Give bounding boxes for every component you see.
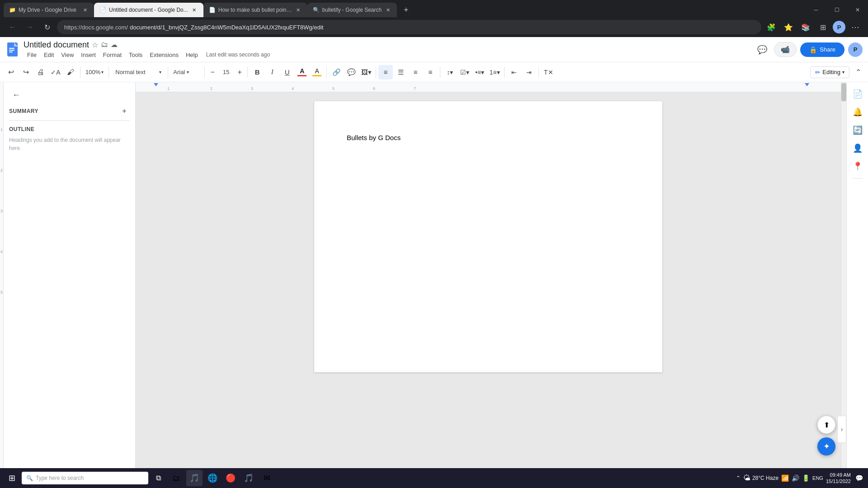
sidebar-toggle[interactable]: ⊞ [816,20,830,34]
move-to-drive-icon[interactable]: 🗂 [101,41,108,49]
tab-close-search[interactable]: ✕ [384,6,392,14]
taskbar-search[interactable]: 🔍 Type here to search [22,472,148,484]
tab-close-drive[interactable]: ✕ [81,6,89,14]
font-size-value[interactable]: 15 [219,69,233,75]
taskbar-app-files[interactable]: 🗂 [168,470,184,486]
tab-close-docs[interactable]: ✕ [191,6,198,14]
menu-extensions[interactable]: Extensions [146,51,182,59]
share-button[interactable]: 🔒 Share [800,42,844,57]
menu-edit[interactable]: Edit [40,51,57,59]
taskbar-app-mail[interactable]: ✉ [259,470,275,486]
right-panel-users-icon[interactable]: 👤 [849,140,866,156]
align-justify-button[interactable]: ≡ [423,65,438,80]
menu-button[interactable]: ⋯ [848,20,863,34]
document-title[interactable]: Untitled document [24,40,89,50]
forward-button[interactable]: → [23,20,37,34]
ai-secondary-button[interactable]: ⬆ [817,416,835,434]
document-page[interactable]: Bullets by G Docs [314,101,662,372]
start-button[interactable]: ⊞ [4,470,20,486]
numbered-list-button[interactable]: 1≡▾ [487,65,502,80]
right-panel-maps-icon[interactable]: 📍 [849,158,866,174]
increase-indent-button[interactable]: ⇥ [522,65,536,80]
volume-icon[interactable]: 🔊 [792,474,799,482]
tab-close-bullets[interactable]: ✕ [295,6,302,14]
text-color-button[interactable]: A [295,65,309,80]
new-tab-button[interactable]: + [399,3,413,17]
user-avatar[interactable]: P [848,42,863,57]
star-icon[interactable]: ☆ [92,41,98,49]
menu-file[interactable]: File [24,51,40,59]
increase-font-button[interactable]: + [234,67,245,78]
insert-link-button[interactable]: 🔗 [329,65,344,80]
clock[interactable]: 09:49 AM 15/11/2022 [826,472,851,485]
line-spacing-button[interactable]: ↕▾ [443,65,457,80]
refresh-button[interactable]: ↻ [40,20,54,34]
taskbar-app-spotify[interactable]: 🎵 [241,470,257,486]
bullet-list-button[interactable]: •≡▾ [472,65,487,80]
document-title-text[interactable]: Bullets by G Docs [347,134,401,141]
taskbar-app-opera[interactable]: 🔴 [222,470,239,486]
text-style-select[interactable]: Normal text ▾ [111,66,165,79]
comments-button[interactable]: 💬 [754,42,770,58]
tab-docs[interactable]: 📄 Untitled document - Google Do... ✕ [94,3,203,17]
collections-button[interactable]: 📚 [798,20,813,34]
font-family-select[interactable]: Arial ▾ [170,66,202,79]
undo-button[interactable]: ↩ [4,65,18,80]
profile-icon[interactable]: P [833,21,845,33]
align-left-button[interactable]: ≡ [378,65,393,80]
document-content[interactable]: Bullets by G Docs [347,134,630,141]
right-panel-docs-icon[interactable]: 📄 [849,86,866,102]
chevron-up-icon[interactable]: ⌃ [736,475,741,481]
menu-view[interactable]: View [57,51,77,59]
italic-button[interactable]: I [265,65,279,80]
spellcheck-button[interactable]: ✓A [48,65,63,80]
menu-insert[interactable]: Insert [77,51,99,59]
insert-comment-button[interactable]: 💬 [344,65,359,80]
underline-button[interactable]: U [280,65,294,80]
favorites-button[interactable]: ⭐ [781,20,796,34]
battery-icon[interactable]: 🔋 [802,474,810,482]
insert-image-button[interactable]: 🖼▾ [359,65,373,80]
taskbar-app-edge[interactable]: 🌐 [204,470,221,486]
print-button[interactable]: 🖨 [33,65,48,80]
notification-button[interactable]: 💬 [854,473,864,483]
add-summary-button[interactable]: + [119,106,130,117]
weather-widget[interactable]: 🌤 28°C Haze [743,474,778,482]
editing-mode-select[interactable]: ✏ Editing ▾ [810,66,849,78]
align-right-button[interactable]: ≡ [408,65,423,80]
zoom-select[interactable]: 100% ▾ [83,66,106,79]
menu-tools[interactable]: Tools [125,51,146,59]
paint-format-button[interactable]: 🖌 [63,65,78,80]
cloud-save-icon[interactable]: ☁ [111,41,118,49]
collapse-toolbar-button[interactable]: ⌃ [852,66,864,79]
clear-formatting-button[interactable]: T✕ [541,65,556,80]
right-panel-sync-icon[interactable]: 🔄 [849,122,866,138]
tab-bullets[interactable]: 📄 How to make sub bullet points i... ✕ [203,3,307,17]
right-panel-notifications-icon[interactable]: 🔔 [849,104,866,120]
meet-button[interactable]: 📹 [774,42,797,57]
decrease-font-button[interactable]: − [207,67,218,78]
align-center-button[interactable]: ☰ [393,65,408,80]
taskbar-app-music[interactable]: 🎵 [186,470,203,486]
bold-button[interactable]: B [250,65,264,80]
checklist-button[interactable]: ☑▾ [458,65,472,80]
ai-assistant-button[interactable]: ✦ [817,437,835,455]
minimize-button[interactable]: ─ [806,3,826,17]
document-area[interactable]: Bullets by G Docs [136,92,841,488]
decrease-indent-button[interactable]: ⇤ [507,65,521,80]
close-button[interactable]: ✕ [847,3,868,17]
back-button[interactable]: ← [9,88,24,102]
address-bar[interactable]: https://docs.google.com/ document/d/1_bn… [57,20,761,34]
highlight-button[interactable]: A [310,65,324,80]
tab-search[interactable]: 🔍 bulletify - Google Search ✕ [307,3,397,17]
back-button[interactable]: ← [5,20,20,34]
task-view-button[interactable]: ⧉ [150,470,166,486]
menu-format[interactable]: Format [99,51,125,59]
menu-help[interactable]: Help [182,51,202,59]
expand-panel-button[interactable]: › [837,416,846,443]
redo-button[interactable]: ↪ [19,65,33,80]
tab-drive[interactable]: 📁 My Drive - Google Drive ✕ [4,3,94,17]
network-icon[interactable]: 📶 [781,474,789,482]
maximize-button[interactable]: ☐ [826,3,847,17]
extensions-button[interactable]: 🧩 [764,20,778,34]
